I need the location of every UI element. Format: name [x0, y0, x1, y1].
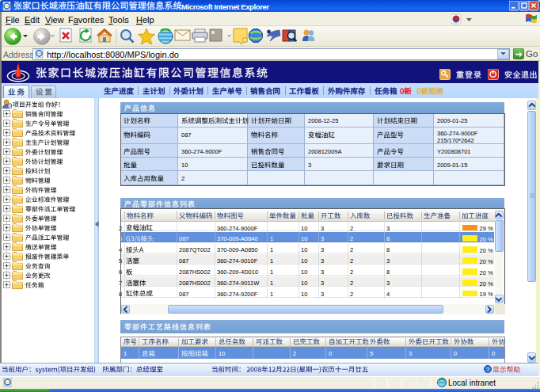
svg-text:?: ?: [486, 366, 489, 373]
